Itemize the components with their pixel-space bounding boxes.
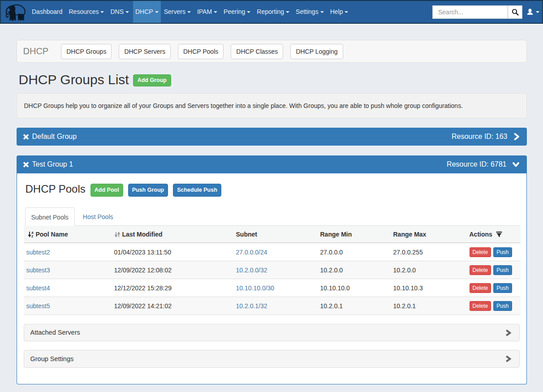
svg-text:A: A xyxy=(31,231,34,234)
svg-text:Z: Z xyxy=(31,235,34,237)
